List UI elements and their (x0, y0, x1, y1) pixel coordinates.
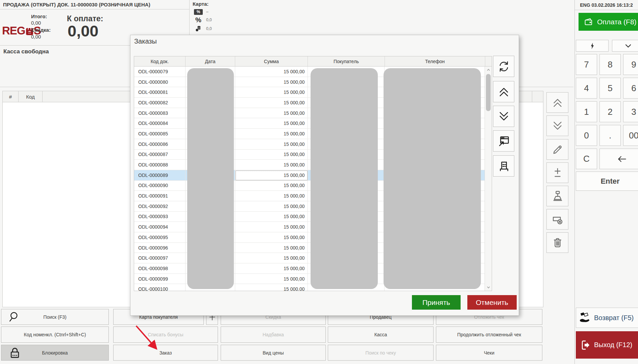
order-cell: ODL-0000090 (134, 181, 186, 191)
chevrons-up-icon (551, 97, 564, 109)
orders-scrollbar[interactable] (485, 67, 492, 291)
chevrons-down-icon (551, 120, 564, 132)
refresh-button[interactable] (493, 56, 514, 77)
discount-label: Скидка: (31, 27, 51, 33)
orders-col-2[interactable]: Сумма (235, 56, 308, 66)
scroll-bottom-button[interactable] (546, 115, 568, 136)
lock-screen-button[interactable]: Блокировка (1, 345, 109, 361)
open-order-window-button[interactable] (493, 130, 514, 152)
key-2[interactable]: 2 (599, 101, 621, 122)
items-col-code: Код (19, 91, 43, 102)
card-panel-value: 0,0 (206, 26, 212, 31)
delete-line-button[interactable] (546, 232, 568, 253)
key-9[interactable]: 9 (623, 54, 638, 75)
receipt-icon (497, 160, 510, 173)
markup-button[interactable]: Надбавка (221, 327, 326, 343)
scroll-up-arrow-icon[interactable] (485, 67, 492, 73)
pay-label: Оплата (F8) (597, 18, 637, 26)
change-quantity-button[interactable] (546, 162, 568, 183)
order-cell: 15 000,00 (235, 232, 308, 243)
key-dot[interactable]: . (599, 125, 621, 146)
scrollbar-thumb[interactable] (486, 74, 491, 111)
orders-col-0[interactable]: Код док. (134, 56, 186, 66)
order-receipt-button[interactable] (493, 155, 514, 177)
cash-register-label: Касса (374, 332, 387, 337)
scroll-top-button[interactable] (546, 92, 568, 113)
edit-line-button[interactable] (546, 139, 568, 160)
order-cell: ODL-0000082 (134, 98, 186, 108)
scroll-down-arrow-icon[interactable] (485, 285, 492, 290)
quick-dropdown[interactable] (612, 40, 638, 52)
key-8[interactable]: 8 (599, 54, 621, 75)
search-icon (8, 311, 20, 323)
price-type-button[interactable]: Вид цены (221, 345, 326, 361)
scroll-bottom-button[interactable] (493, 106, 514, 127)
scale-icon (551, 190, 564, 202)
order-cell: ODL-0000081 (134, 87, 186, 98)
key-0[interactable]: 0 (576, 125, 597, 146)
order-cell: ODL-0000099 (134, 274, 186, 284)
search-f3-button[interactable]: Поиск (F3) (1, 309, 109, 325)
lock-icon (8, 346, 22, 360)
key-enter[interactable]: Enter (576, 172, 638, 191)
key-backspace[interactable] (599, 149, 638, 169)
key-1[interactable]: 1 (576, 101, 597, 122)
accept-button[interactable]: Принять (412, 295, 461, 310)
redaction-overlay-phone (384, 68, 481, 289)
card-panel-title: Карта: (193, 1, 208, 7)
orders-col-1[interactable]: Дата (186, 56, 235, 66)
key-3[interactable]: 3 (623, 101, 638, 122)
pay-button[interactable]: Оплата (F8) (579, 13, 638, 31)
search-f3-label: Поиск (F3) (43, 314, 66, 320)
item-code-button[interactable]: Код номенкл. (Ctnrl+Shift+C) (1, 327, 109, 343)
quick-lightning[interactable] (576, 40, 609, 52)
key-c[interactable]: C (576, 149, 597, 169)
orders-table-header: Код док.ДатаСуммаПокупательТелефон (134, 56, 492, 67)
document-header: ПРОДАЖА (ОТКРЫТ) ДОК. 11-0000030 (РОЗНИЧ… (0, 0, 190, 9)
exit-button[interactable]: Выход (F12) (576, 331, 638, 359)
redeem-bonuses-button[interactable]: Списать бонусы (113, 327, 218, 343)
order-cell: 15 000,00 (235, 263, 308, 274)
redaction-overlay-buyer (311, 68, 378, 289)
order-cell: ODL-0000097 (134, 253, 186, 263)
order-cell: 15 000,00 (235, 150, 308, 160)
exit-label: Выход (F12) (594, 341, 632, 349)
receipts-button[interactable]: Чеки (436, 345, 542, 361)
return-button[interactable]: Возврат (F5) (576, 308, 638, 328)
search-by-receipt-button[interactable]: Поиск по чеку (328, 345, 434, 361)
key-4[interactable]: 4 (576, 78, 597, 99)
orders-dialog-title: Заказы (134, 37, 157, 45)
card-panel-row: %0,0 (194, 16, 212, 24)
items-col-divider (532, 91, 532, 102)
total-value: 0,00 (31, 20, 41, 26)
order-cell: ODL-0000100 (134, 284, 186, 291)
order-cell: 15 000,00 (235, 284, 308, 291)
cancel-button[interactable]: Отменить (467, 295, 517, 310)
orders-col-3[interactable]: Покупатель (308, 56, 385, 66)
card-panel-value: – (206, 9, 208, 14)
scales-button[interactable] (546, 186, 568, 206)
lock-screen-label: Блокировка (42, 350, 68, 356)
scroll-top-button[interactable] (493, 81, 514, 102)
cash-register-button[interactable]: Касса (328, 327, 434, 343)
receipts-label: Чеки (484, 350, 494, 356)
key-7[interactable]: 7 (576, 54, 597, 75)
resume-held-receipt-button[interactable]: Продолжить отложенный чек (436, 327, 542, 343)
order-cell: ODL-0000089 (134, 170, 186, 181)
key-5[interactable]: 5 (599, 78, 621, 99)
order-cell: 15 000,00 (235, 98, 308, 108)
key-00[interactable]: 00 (623, 125, 638, 146)
order-button[interactable]: Заказ (113, 345, 218, 361)
order-cell: 15 000,00 (235, 67, 308, 77)
order-cell: 15 000,00 (235, 191, 308, 201)
void-line-button[interactable] (546, 209, 568, 230)
order-cell: 15 000,00 (235, 212, 308, 222)
wallet-icon (583, 17, 593, 27)
register-status: Касса свободна (3, 48, 49, 55)
pencil-icon (551, 144, 564, 156)
coins-icon (194, 25, 203, 32)
orders-col-4[interactable]: Телефон (385, 56, 485, 66)
key-6[interactable]: 6 (623, 78, 638, 99)
trash-icon (551, 237, 564, 249)
order-cell: ODL-0000093 (134, 212, 186, 222)
